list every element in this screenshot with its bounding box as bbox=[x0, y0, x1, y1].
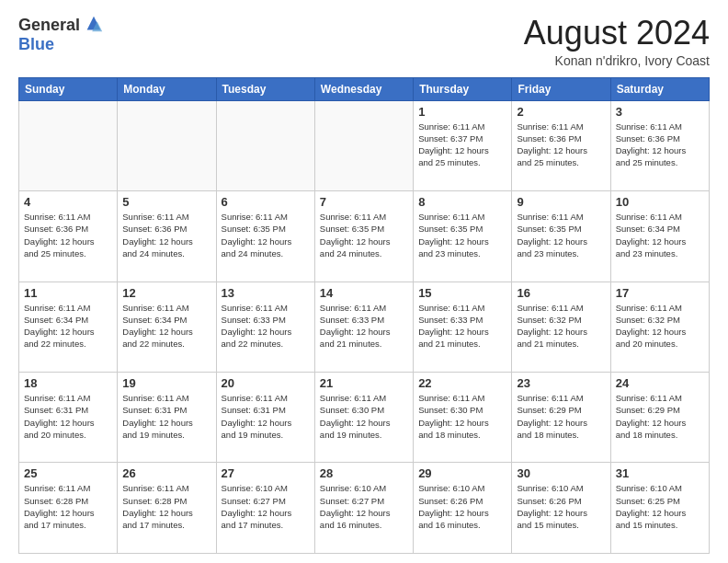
calendar-cell: 11Sunrise: 6:11 AM Sunset: 6:34 PM Dayli… bbox=[19, 282, 118, 372]
calendar-cell bbox=[118, 100, 216, 190]
day-info: Sunrise: 6:11 AM Sunset: 6:35 PM Dayligh… bbox=[418, 211, 506, 259]
day-info: Sunrise: 6:11 AM Sunset: 6:35 PM Dayligh… bbox=[320, 211, 408, 259]
day-info: Sunrise: 6:11 AM Sunset: 6:35 PM Dayligh… bbox=[517, 211, 605, 259]
day-info: Sunrise: 6:11 AM Sunset: 6:33 PM Dayligh… bbox=[222, 302, 310, 350]
day-number: 20 bbox=[222, 376, 310, 390]
day-info: Sunrise: 6:11 AM Sunset: 6:37 PM Dayligh… bbox=[418, 121, 506, 169]
day-info: Sunrise: 6:11 AM Sunset: 6:31 PM Dayligh… bbox=[122, 392, 210, 441]
day-info: Sunrise: 6:10 AM Sunset: 6:25 PM Dayligh… bbox=[616, 482, 704, 531]
calendar-cell: 10Sunrise: 6:11 AM Sunset: 6:34 PM Dayli… bbox=[610, 191, 709, 282]
calendar-cell: 2Sunrise: 6:11 AM Sunset: 6:36 PM Daylig… bbox=[512, 100, 610, 190]
day-number: 2 bbox=[517, 105, 605, 119]
day-number: 31 bbox=[616, 466, 704, 480]
day-number: 4 bbox=[24, 195, 112, 209]
day-number: 24 bbox=[616, 376, 704, 390]
day-info: Sunrise: 6:11 AM Sunset: 6:35 PM Dayligh… bbox=[222, 211, 310, 259]
calendar-cell: 25Sunrise: 6:11 AM Sunset: 6:28 PM Dayli… bbox=[19, 463, 118, 554]
day-of-week-saturday: Saturday bbox=[610, 77, 709, 100]
day-number: 30 bbox=[517, 466, 605, 480]
day-info: Sunrise: 6:11 AM Sunset: 6:36 PM Dayligh… bbox=[517, 121, 605, 169]
day-info: Sunrise: 6:11 AM Sunset: 6:32 PM Dayligh… bbox=[517, 302, 605, 350]
day-of-week-thursday: Thursday bbox=[414, 77, 512, 100]
day-number: 23 bbox=[517, 376, 605, 390]
calendar-cell bbox=[19, 100, 118, 190]
day-of-week-sunday: Sunday bbox=[19, 77, 118, 100]
day-info: Sunrise: 6:11 AM Sunset: 6:33 PM Dayligh… bbox=[418, 302, 506, 350]
calendar-cell bbox=[216, 100, 314, 190]
day-info: Sunrise: 6:10 AM Sunset: 6:27 PM Dayligh… bbox=[222, 482, 310, 531]
day-number: 11 bbox=[24, 286, 112, 300]
calendar-week-3: 11Sunrise: 6:11 AM Sunset: 6:34 PM Dayli… bbox=[19, 282, 710, 372]
day-number: 16 bbox=[517, 286, 605, 300]
day-of-week-tuesday: Tuesday bbox=[216, 77, 314, 100]
day-info: Sunrise: 6:11 AM Sunset: 6:31 PM Dayligh… bbox=[222, 392, 310, 441]
day-number: 7 bbox=[320, 195, 408, 209]
month-title: August 2024 bbox=[524, 15, 710, 52]
day-number: 9 bbox=[517, 195, 605, 209]
calendar-cell: 18Sunrise: 6:11 AM Sunset: 6:31 PM Dayli… bbox=[19, 373, 118, 463]
day-of-week-monday: Monday bbox=[118, 77, 216, 100]
title-block: August 2024 Konan n'drikro, Ivory Coast bbox=[524, 15, 710, 68]
day-info: Sunrise: 6:11 AM Sunset: 6:36 PM Dayligh… bbox=[24, 211, 112, 259]
calendar-cell: 16Sunrise: 6:11 AM Sunset: 6:32 PM Dayli… bbox=[512, 282, 610, 372]
day-number: 14 bbox=[320, 286, 408, 300]
calendar-cell: 27Sunrise: 6:10 AM Sunset: 6:27 PM Dayli… bbox=[216, 463, 314, 554]
day-info: Sunrise: 6:11 AM Sunset: 6:34 PM Dayligh… bbox=[122, 302, 210, 350]
day-info: Sunrise: 6:11 AM Sunset: 6:29 PM Dayligh… bbox=[616, 392, 704, 441]
calendar-cell: 28Sunrise: 6:10 AM Sunset: 6:27 PM Dayli… bbox=[314, 463, 413, 554]
calendar-cell: 6Sunrise: 6:11 AM Sunset: 6:35 PM Daylig… bbox=[216, 191, 314, 282]
day-number: 29 bbox=[418, 466, 506, 480]
calendar-cell: 24Sunrise: 6:11 AM Sunset: 6:29 PM Dayli… bbox=[610, 373, 709, 463]
day-number: 26 bbox=[122, 466, 210, 480]
day-number: 12 bbox=[122, 286, 210, 300]
day-of-week-friday: Friday bbox=[512, 77, 610, 100]
day-number: 1 bbox=[418, 105, 506, 119]
day-number: 21 bbox=[320, 376, 408, 390]
day-number: 25 bbox=[24, 466, 112, 480]
day-number: 27 bbox=[222, 466, 310, 480]
calendar-cell: 8Sunrise: 6:11 AM Sunset: 6:35 PM Daylig… bbox=[414, 191, 512, 282]
day-number: 6 bbox=[222, 195, 310, 209]
logo: General Blue bbox=[18, 15, 104, 54]
day-number: 19 bbox=[122, 376, 210, 390]
day-number: 28 bbox=[320, 466, 408, 480]
day-info: Sunrise: 6:11 AM Sunset: 6:34 PM Dayligh… bbox=[24, 302, 112, 350]
day-info: Sunrise: 6:11 AM Sunset: 6:29 PM Dayligh… bbox=[517, 392, 605, 441]
day-number: 15 bbox=[418, 286, 506, 300]
day-info: Sunrise: 6:11 AM Sunset: 6:32 PM Dayligh… bbox=[616, 302, 704, 350]
day-number: 22 bbox=[418, 376, 506, 390]
calendar-cell: 13Sunrise: 6:11 AM Sunset: 6:33 PM Dayli… bbox=[216, 282, 314, 372]
day-info: Sunrise: 6:11 AM Sunset: 6:36 PM Dayligh… bbox=[616, 121, 704, 169]
calendar-cell: 20Sunrise: 6:11 AM Sunset: 6:31 PM Dayli… bbox=[216, 373, 314, 463]
day-info: Sunrise: 6:11 AM Sunset: 6:33 PM Dayligh… bbox=[320, 302, 408, 350]
day-of-week-wednesday: Wednesday bbox=[314, 77, 413, 100]
day-info: Sunrise: 6:10 AM Sunset: 6:26 PM Dayligh… bbox=[517, 482, 605, 531]
calendar-cell: 3Sunrise: 6:11 AM Sunset: 6:36 PM Daylig… bbox=[610, 100, 709, 190]
calendar-cell: 19Sunrise: 6:11 AM Sunset: 6:31 PM Dayli… bbox=[118, 373, 216, 463]
day-info: Sunrise: 6:10 AM Sunset: 6:26 PM Dayligh… bbox=[418, 482, 506, 531]
day-info: Sunrise: 6:11 AM Sunset: 6:28 PM Dayligh… bbox=[122, 482, 210, 531]
calendar-week-1: 1Sunrise: 6:11 AM Sunset: 6:37 PM Daylig… bbox=[19, 100, 710, 190]
calendar-cell: 21Sunrise: 6:11 AM Sunset: 6:30 PM Dayli… bbox=[314, 373, 413, 463]
page: General Blue August 2024 Konan n'drikro,… bbox=[0, 0, 728, 563]
calendar-cell: 29Sunrise: 6:10 AM Sunset: 6:26 PM Dayli… bbox=[414, 463, 512, 554]
calendar-cell: 5Sunrise: 6:11 AM Sunset: 6:36 PM Daylig… bbox=[118, 191, 216, 282]
calendar-week-2: 4Sunrise: 6:11 AM Sunset: 6:36 PM Daylig… bbox=[19, 191, 710, 282]
day-number: 13 bbox=[222, 286, 310, 300]
day-number: 3 bbox=[616, 105, 704, 119]
calendar-cell: 15Sunrise: 6:11 AM Sunset: 6:33 PM Dayli… bbox=[414, 282, 512, 372]
calendar-week-4: 18Sunrise: 6:11 AM Sunset: 6:31 PM Dayli… bbox=[19, 373, 710, 463]
calendar-cell: 17Sunrise: 6:11 AM Sunset: 6:32 PM Dayli… bbox=[610, 282, 709, 372]
day-info: Sunrise: 6:11 AM Sunset: 6:31 PM Dayligh… bbox=[24, 392, 112, 441]
day-info: Sunrise: 6:11 AM Sunset: 6:36 PM Dayligh… bbox=[122, 211, 210, 259]
day-info: Sunrise: 6:11 AM Sunset: 6:34 PM Dayligh… bbox=[616, 211, 704, 259]
calendar-cell: 1Sunrise: 6:11 AM Sunset: 6:37 PM Daylig… bbox=[414, 100, 512, 190]
day-info: Sunrise: 6:11 AM Sunset: 6:28 PM Dayligh… bbox=[24, 482, 112, 531]
calendar-cell: 23Sunrise: 6:11 AM Sunset: 6:29 PM Dayli… bbox=[512, 373, 610, 463]
calendar-cell: 4Sunrise: 6:11 AM Sunset: 6:36 PM Daylig… bbox=[19, 191, 118, 282]
day-number: 10 bbox=[616, 195, 704, 209]
header: General Blue August 2024 Konan n'drikro,… bbox=[18, 15, 710, 68]
calendar-header-row: SundayMondayTuesdayWednesdayThursdayFrid… bbox=[19, 77, 710, 100]
logo-blue-text: Blue bbox=[18, 35, 54, 54]
calendar-cell: 14Sunrise: 6:11 AM Sunset: 6:33 PM Dayli… bbox=[314, 282, 413, 372]
